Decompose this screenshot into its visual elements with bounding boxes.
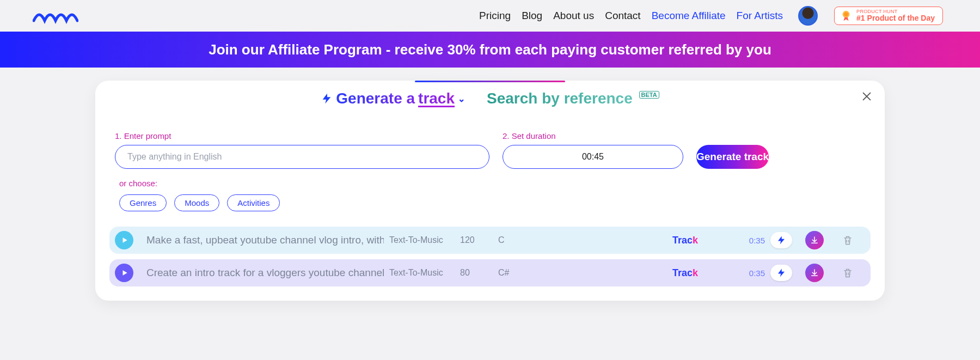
bolt-icon	[776, 268, 786, 278]
delete-button[interactable]	[840, 265, 855, 280]
nav-blog[interactable]: Blog	[522, 10, 542, 22]
tab-generate-word: track	[418, 90, 455, 107]
affiliate-banner[interactable]: Join our Affiliate Program - receive 30%…	[0, 32, 980, 68]
chip-moods[interactable]: Moods	[174, 194, 219, 211]
duration-field: 2. Set duration 00:45	[503, 131, 683, 169]
tab-generate-pre: Generate a	[336, 90, 415, 107]
nav-about[interactable]: About us	[553, 10, 594, 22]
bolt-icon	[776, 235, 786, 245]
logo[interactable]	[33, 8, 78, 24]
track-key: C#	[498, 268, 531, 278]
track-bpm: 80	[460, 268, 493, 278]
regen-button[interactable]	[770, 265, 792, 281]
avatar[interactable]	[798, 6, 818, 26]
nav-artists[interactable]: For Artists	[737, 10, 783, 22]
beta-chip: BETA	[639, 91, 659, 99]
download-button[interactable]	[805, 264, 824, 282]
track-list: Make a fast, upbeat youtube channel vlog…	[109, 227, 871, 286]
delete-button[interactable]	[840, 233, 855, 248]
track-duration: 0:35	[721, 236, 765, 245]
chip-activities[interactable]: Activities	[227, 194, 280, 211]
play-button[interactable]	[115, 231, 133, 249]
track-prompt: Make a fast, upbeat youtube channel vlog…	[146, 234, 384, 246]
duration-label: 2. Set duration	[503, 131, 683, 141]
download-icon	[810, 235, 819, 245]
controls-row: 1. Enter prompt 2. Set duration 00:45 . …	[95, 111, 885, 169]
trash-icon	[842, 235, 853, 246]
play-button[interactable]	[115, 264, 133, 282]
bolt-icon	[321, 93, 333, 105]
nav-pricing[interactable]: Pricing	[479, 10, 511, 22]
producthunt-badge[interactable]: PRODUCT HUNT #1 Product of the Day	[834, 7, 943, 25]
close-icon[interactable]	[861, 90, 873, 102]
track-duration: 0:35	[721, 269, 765, 278]
download-button[interactable]	[805, 231, 824, 249]
track-name: Track	[672, 267, 716, 279]
trash-icon	[842, 267, 853, 278]
track-prompt: Create an intro track for a vloggers you…	[146, 267, 384, 279]
track-bpm: 120	[460, 235, 493, 245]
play-icon	[121, 236, 128, 244]
medal-icon	[840, 10, 852, 22]
tab-search-reference[interactable]: Search by reference BETA	[487, 90, 659, 107]
prompt-input[interactable]	[115, 145, 489, 169]
prompt-label: 1. Enter prompt	[115, 131, 489, 141]
top-header: Pricing Blog About us Contact Become Aff…	[0, 0, 980, 32]
ph-bottom-text: #1 Product of the Day	[856, 14, 935, 22]
track-row: Make a fast, upbeat youtube channel vlog…	[109, 227, 871, 254]
download-icon	[810, 268, 819, 278]
track-engine: Text-To-Music	[389, 268, 455, 278]
mode-tabs: Generate a track ⌄ Search by reference B…	[95, 82, 885, 111]
or-choose-label: or choose:	[119, 179, 885, 188]
track-name: Track	[672, 235, 716, 246]
nav-affiliate[interactable]: Become Affiliate	[652, 10, 726, 22]
play-icon	[121, 269, 128, 277]
chip-genres[interactable]: Genres	[119, 194, 167, 211]
track-key: C	[498, 235, 531, 245]
banner-text: Join our Affiliate Program - receive 30%…	[209, 41, 771, 58]
regen-button[interactable]	[770, 232, 792, 248]
track-row: Create an intro track for a vloggers you…	[109, 259, 871, 286]
generate-wrap: . Generate track	[696, 131, 877, 169]
track-engine: Text-To-Music	[389, 235, 455, 245]
svg-point-1	[844, 12, 848, 16]
generator-card: Generate a track ⌄ Search by reference B…	[95, 81, 885, 301]
chevron-down-icon[interactable]: ⌄	[458, 94, 465, 104]
tab-generate[interactable]: Generate a track ⌄	[321, 90, 465, 107]
chip-row: Genres Moods Activities	[119, 194, 885, 211]
nav-contact[interactable]: Contact	[605, 10, 640, 22]
main-nav: Pricing Blog About us Contact Become Aff…	[479, 6, 943, 26]
generate-button[interactable]: Generate track	[696, 145, 769, 169]
prompt-field: 1. Enter prompt	[115, 131, 489, 169]
tab-reference-text: Search by reference	[487, 90, 633, 107]
duration-input[interactable]: 00:45	[503, 145, 683, 169]
